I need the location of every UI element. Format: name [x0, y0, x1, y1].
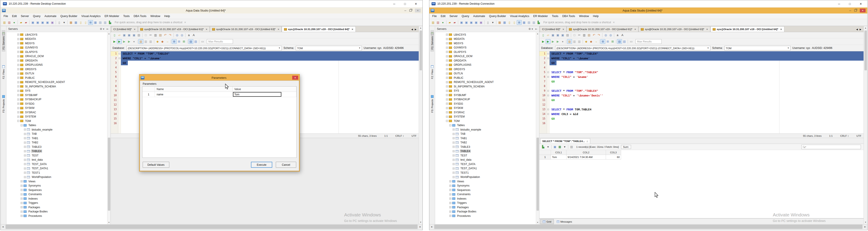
tree-expander-icon[interactable]: +: [446, 60, 448, 62]
scrollbar-thumb[interactable]: [864, 31, 867, 70]
tree-item[interactable]: + ORACLE_OCM: [435, 54, 539, 59]
tree-item[interactable]: + TEST_DATA1: [435, 166, 539, 171]
tree-expander-icon[interactable]: +: [21, 180, 23, 182]
find-next-icon[interactable]: ◎: [608, 33, 613, 37]
tree-expander-icon[interactable]: +: [17, 60, 19, 62]
tree-expander-icon[interactable]: +: [453, 167, 455, 169]
tree-expander-icon[interactable]: +: [453, 128, 455, 130]
query-plan-icon[interactable]: ◆: [160, 39, 165, 44]
eol-mode[interactable]: CRLF ↕: [395, 134, 404, 137]
tab-close-icon[interactable]: ✕: [206, 28, 208, 31]
tree-item[interactable]: + SYSBACKUP: [435, 98, 539, 102]
query-builder-icon[interactable]: ▦: [93, 20, 98, 25]
text-mode-icon[interactable]: ⊞: [177, 39, 182, 44]
tree-item[interactable]: + Synonyms: [435, 184, 539, 188]
schema-extraction-icon[interactable]: ▣: [35, 20, 40, 25]
results-view-tab[interactable]: Grid: [540, 219, 554, 224]
tree-expander-icon[interactable]: +: [446, 99, 448, 101]
copy-icon[interactable]: ▥: [153, 33, 158, 37]
register-server-icon[interactable]: ▥: [431, 20, 436, 25]
export-dropdown-icon[interactable]: ▾: [562, 145, 567, 149]
tree-item[interactable]: + ORACLE_OCM: [6, 54, 111, 59]
tree-expander-icon[interactable]: +: [453, 137, 455, 139]
describe-icon[interactable]: ▤: [188, 39, 193, 44]
menu-item[interactable]: Edit: [10, 14, 19, 18]
tree-expander-icon[interactable]: +: [449, 206, 451, 208]
undo-icon[interactable]: ↶: [163, 33, 168, 37]
tree-expander-icon[interactable]: +: [21, 185, 23, 187]
tree-expander-icon[interactable]: +: [17, 42, 19, 44]
menu-item[interactable]: Automate: [42, 14, 59, 18]
tree-item[interactable]: + TEST1: [6, 170, 111, 175]
cancel-query-icon[interactable]: ▰: [24, 20, 28, 25]
tree-expander-icon[interactable]: +: [449, 180, 451, 182]
menu-item[interactable]: Server: [447, 14, 460, 18]
tree-item[interactable]: + TAB1: [435, 136, 539, 141]
menu-item[interactable]: Window: [149, 14, 162, 18]
pin-icon[interactable]: ⊣: [586, 140, 589, 142]
tree-expander-icon[interactable]: +: [453, 133, 455, 135]
tree-expander-icon[interactable]: +: [446, 107, 448, 109]
scrollbar-thumb[interactable]: [536, 138, 539, 210]
tree-expander-icon[interactable]: +: [453, 159, 455, 161]
execute-icon[interactable]: ▶: [546, 39, 551, 44]
tree-expander-icon[interactable]: +: [446, 81, 448, 83]
dock-tab[interactable]: F1: Servers: [430, 30, 434, 51]
tree-item[interactable]: + Constraints: [435, 192, 539, 197]
tree-item[interactable]: + ORDPLUGINS: [435, 63, 539, 67]
dock-tab[interactable]: F3: Projects: [2, 93, 5, 115]
tree-item[interactable]: + ORDPLUGINS: [6, 63, 111, 67]
dock-tab[interactable]: F2: Files: [2, 63, 5, 81]
tree-item[interactable]: + test_data: [6, 158, 111, 162]
tree-item[interactable]: + MDDATA: [6, 37, 111, 41]
execute-parameters-icon[interactable]: ▶: [541, 39, 546, 44]
tree-expander-icon[interactable]: +: [24, 128, 26, 130]
text-mode-icon[interactable]: ⊞: [605, 39, 610, 44]
tree-expander-icon[interactable]: +: [446, 34, 448, 36]
tree-item[interactable]: + LBACSYS: [6, 33, 111, 37]
tree-item[interactable]: + OUTLN: [435, 72, 539, 76]
tree-expander-icon[interactable]: +: [17, 103, 19, 105]
stop-icon[interactable]: ●: [560, 39, 565, 44]
max-results-input[interactable]: [636, 39, 662, 44]
chart-dropdown-icon[interactable]: ▾: [546, 145, 551, 149]
tree-item[interactable]: + TABLE4: [6, 149, 111, 154]
cut-icon[interactable]: ✂: [148, 33, 153, 37]
tree-expander-icon[interactable]: +: [24, 150, 26, 152]
execute-edit-icon[interactable]: ▶: [551, 39, 555, 44]
tree-expander-icon[interactable]: +: [17, 47, 19, 49]
tree-item[interactable]: + LBACSYS: [435, 33, 539, 37]
tree-expander-icon[interactable]: +: [17, 85, 19, 87]
tree-expander-icon[interactable]: −: [446, 120, 448, 122]
horizontal-scrollbar[interactable]: ◄ ►: [1, 224, 423, 229]
document-tab[interactable]: sys@Oracle 10.31.200.107 v19 - OCI [Unti…: [567, 26, 638, 32]
cell-col1[interactable]: Tom: [551, 155, 566, 159]
table-data-editor-icon[interactable]: ⊞: [517, 20, 522, 25]
horizontal-scrollbar[interactable]: ◄ ►: [429, 224, 867, 229]
grid-data-row[interactable]: 1 Tom 9/14/2021 7:04:30 AM 60: [539, 155, 864, 159]
tree-item[interactable]: − TOM: [435, 119, 539, 123]
tree-item[interactable]: + ORDSYS: [6, 67, 111, 72]
tree-expander-icon[interactable]: +: [24, 172, 26, 174]
app-close-button[interactable]: ✕: [415, 9, 421, 12]
rdp-close-button[interactable]: ✕: [415, 2, 417, 5]
document-tab[interactable]: sys@Oracle 10.31.200.107 v19 - OCI [Unti…: [210, 26, 282, 32]
tree-item[interactable]: + TAB2: [6, 141, 111, 145]
tree-expander-icon[interactable]: +: [453, 172, 455, 174]
schema-publisher-icon[interactable]: ▣: [50, 20, 55, 25]
tree-item[interactable]: + SYSDG: [6, 102, 111, 106]
menu-item[interactable]: DBA Tools: [131, 14, 148, 18]
tree-expander-icon[interactable]: +: [446, 68, 448, 70]
tree-item[interactable]: + SI_INFORMTN_SCHEMA: [435, 84, 539, 89]
tree-expander-icon[interactable]: +: [24, 154, 26, 156]
menu-item[interactable]: Query: [31, 14, 42, 18]
tree-expander-icon[interactable]: +: [446, 103, 448, 105]
export-excel-icon[interactable]: ▦: [557, 145, 562, 149]
tree-expander-icon[interactable]: −: [21, 124, 23, 126]
tree-expander-icon[interactable]: +: [446, 94, 448, 96]
menu-item[interactable]: Help: [162, 14, 172, 18]
print-icon[interactable]: ▤: [565, 33, 570, 37]
document-tab[interactable]: CI [Untitled 60]* ✕: [111, 26, 138, 32]
document-tab[interactable]: sys@Oracle 10.31.200.107 v19 - OCI [Unti…: [282, 26, 355, 32]
tree-expander-icon[interactable]: +: [17, 94, 19, 96]
